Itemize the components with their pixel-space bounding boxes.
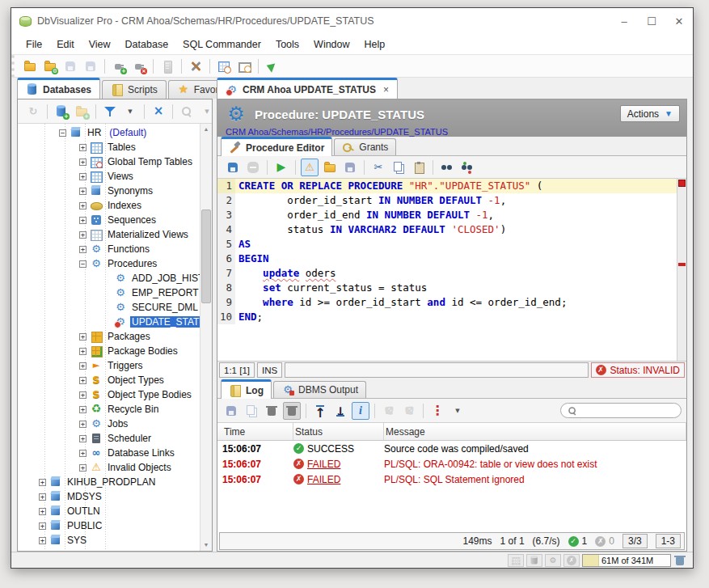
tree-expander-icon[interactable]: − bbox=[79, 260, 87, 268]
collapse-all-button[interactable]: × bbox=[150, 103, 167, 121]
clear-log-button[interactable] bbox=[263, 402, 281, 420]
data-monitor-button[interactable] bbox=[215, 57, 233, 75]
load-from-file-button[interactable] bbox=[321, 159, 339, 176]
tree-item-object-types[interactable]: +Object Types bbox=[18, 373, 200, 387]
tree-expander-icon[interactable]: + bbox=[39, 537, 46, 544]
tree-item-materialized-views[interactable]: +Materialized Views bbox=[18, 227, 200, 242]
garbage-collect-icon[interactable] bbox=[673, 554, 686, 567]
compile-run-button[interactable]: ▶ bbox=[272, 159, 290, 176]
tree-expander-icon[interactable]: + bbox=[79, 144, 87, 151]
menu-view[interactable]: View bbox=[82, 36, 117, 53]
cut-button[interactable]: ✂ bbox=[369, 159, 387, 176]
tree-scrollbar[interactable]: ▲ ▼ bbox=[200, 124, 212, 551]
scroll-down-icon[interactable]: ▼ bbox=[200, 539, 212, 551]
tree-item-indexes[interactable]: +Indexes bbox=[18, 198, 200, 213]
tree-expander-icon[interactable]: + bbox=[79, 333, 87, 341]
clear-on-execute-button[interactable] bbox=[283, 402, 301, 420]
tree-item-recycle-bin[interactable]: +♻Recycle Bin bbox=[18, 402, 200, 417]
minimize-button[interactable]: – bbox=[610, 8, 638, 34]
tree-expander-icon[interactable]: + bbox=[79, 246, 87, 253]
menu-file[interactable]: File bbox=[19, 36, 49, 53]
log-row[interactable]: 15:06:07✗FAILEDPL/SQL: ORA-00942: table … bbox=[217, 456, 686, 472]
menu-tools[interactable]: Tools bbox=[269, 36, 306, 53]
tree-expander-icon[interactable]: + bbox=[39, 493, 46, 501]
tree-item-scheduler[interactable]: +Scheduler bbox=[18, 431, 200, 446]
tree-item-sys[interactable]: +SYS bbox=[18, 533, 200, 548]
tree-item-packages[interactable]: +Packages bbox=[18, 329, 200, 344]
locate-button[interactable] bbox=[178, 103, 196, 121]
menu-help[interactable]: Help bbox=[358, 36, 392, 53]
col-time[interactable]: Time bbox=[222, 423, 293, 440]
tree-item-secure-dml[interactable]: +⚙SECURE_DML bbox=[18, 300, 200, 315]
errors-status-button[interactable] bbox=[563, 554, 580, 567]
tree-expander-icon[interactable]: + bbox=[39, 522, 46, 530]
new-object-button[interactable] bbox=[264, 57, 281, 75]
scroll-to-bottom-button[interactable] bbox=[331, 402, 349, 420]
tree-expander-icon[interactable]: + bbox=[79, 421, 87, 428]
tree-item-global-temp-tables[interactable]: +Global Temp Tables bbox=[18, 154, 200, 169]
search-input[interactable] bbox=[582, 406, 697, 416]
menu-edit[interactable]: Edit bbox=[50, 36, 81, 53]
tree-item-synonyms[interactable]: +Synonyms bbox=[18, 184, 200, 198]
add-folder-button[interactable]: + bbox=[73, 103, 91, 121]
tree-expander-icon[interactable]: + bbox=[79, 377, 87, 384]
tab-procedure-editor[interactable]: Procedure Editor bbox=[221, 137, 332, 156]
database-server-button[interactable] bbox=[158, 57, 176, 75]
tree-item-update-status[interactable]: +⚙UPDATE_STATUS bbox=[18, 315, 200, 329]
tree-item-package-bodies[interactable]: +Package Bodies bbox=[18, 344, 200, 358]
show-info-button[interactable]: i bbox=[352, 402, 369, 420]
tree-item-functions[interactable]: +⚙Functions bbox=[18, 242, 200, 256]
code-line-10[interactable]: 10END; bbox=[217, 310, 677, 324]
add-connection-button[interactable]: + bbox=[53, 103, 70, 121]
paste-button[interactable] bbox=[410, 159, 428, 176]
code-line-4[interactable]: 4 status IN VARCHAR2 DEFAULT 'CLOSED') bbox=[217, 222, 677, 237]
scroll-to-top-button[interactable] bbox=[311, 402, 329, 420]
code-line-2[interactable]: 2 order_id_start IN NUMBER DEFAULT -1, bbox=[217, 193, 677, 208]
tree-expander-icon[interactable]: + bbox=[79, 391, 87, 399]
export-log-button[interactable] bbox=[222, 402, 240, 420]
expand-all-button[interactable] bbox=[380, 402, 398, 420]
marker-dropdown-button[interactable]: ▼ bbox=[449, 402, 466, 420]
tree-expander-icon[interactable]: + bbox=[79, 450, 87, 457]
actions-button[interactable]: Actions ▼ bbox=[620, 105, 680, 122]
tab-scripts[interactable]: Scripts bbox=[102, 80, 167, 99]
code-line-1[interactable]: 1CREATE OR REPLACE PROCEDURE "HR"."UPDAT… bbox=[217, 179, 677, 193]
collapse-rows-button[interactable] bbox=[400, 402, 418, 420]
tab-close-icon[interactable]: × bbox=[383, 84, 389, 95]
memory-indicator[interactable]: 61M of 341M bbox=[582, 554, 671, 567]
tree-expander-icon[interactable]: − bbox=[59, 129, 66, 137]
tree-expander-icon[interactable]: + bbox=[79, 406, 87, 413]
menu-database[interactable]: Database bbox=[119, 36, 175, 53]
tree-expander-icon[interactable]: + bbox=[79, 362, 87, 370]
log-row[interactable]: 15:06:07✗FAILEDPL/SQL: SQL Statement ign… bbox=[217, 472, 686, 487]
disconnect-button[interactable]: × bbox=[130, 57, 148, 75]
marker-button[interactable] bbox=[428, 402, 446, 420]
tree-item-invalid-objects[interactable]: +⚠Invalid Objects bbox=[18, 460, 200, 475]
tree-item-outln[interactable]: +OUTLN bbox=[18, 504, 200, 518]
connections-status-button[interactable] bbox=[526, 554, 542, 567]
tree-item-triggers[interactable]: +Triggers bbox=[18, 358, 200, 373]
code-line-3[interactable]: 3 order_id_end IN NUMBER DEFAULT -1, bbox=[217, 208, 677, 222]
error-marker-line7[interactable] bbox=[678, 263, 686, 266]
menu-sql-commander[interactable]: SQL Commander bbox=[176, 36, 268, 53]
log-search-box[interactable] bbox=[560, 403, 682, 418]
find-replace-button[interactable] bbox=[458, 159, 476, 176]
locate-dropdown-button[interactable]: ▼ bbox=[198, 103, 216, 121]
tree-item-hr[interactable]: −HR(Default) bbox=[18, 125, 200, 140]
log-table-header[interactable]: Time Status Message bbox=[217, 423, 686, 441]
log-row[interactable]: 15:06:07✓SUCCESSSource code was compiled… bbox=[217, 441, 686, 456]
code-line-9[interactable]: 9 where id >= order_id_start and id <= o… bbox=[217, 295, 677, 310]
tab-dbms-output[interactable]: ⚙DBMS Output bbox=[273, 381, 366, 398]
scrollbar-thumb[interactable] bbox=[201, 209, 211, 303]
tree-expander-icon[interactable]: + bbox=[79, 217, 87, 224]
tree-expander-icon[interactable]: + bbox=[79, 464, 87, 472]
code-line-8[interactable]: 8 set current_status = status bbox=[217, 281, 677, 295]
col-message[interactable]: Message bbox=[384, 423, 686, 440]
sql-monitor-button[interactable] bbox=[235, 57, 253, 75]
tree-item-emp-report[interactable]: +⚙EMP_REPORT bbox=[18, 286, 200, 300]
tab-databases[interactable]: Databases bbox=[17, 78, 100, 99]
tree-item-kihub-prodplan[interactable]: +KIHUB_PRODPLAN bbox=[18, 475, 200, 489]
filter-dropdown-button[interactable]: ▼ bbox=[121, 103, 139, 121]
export-button[interactable] bbox=[341, 159, 359, 176]
tree-expander-icon[interactable]: + bbox=[39, 508, 46, 515]
